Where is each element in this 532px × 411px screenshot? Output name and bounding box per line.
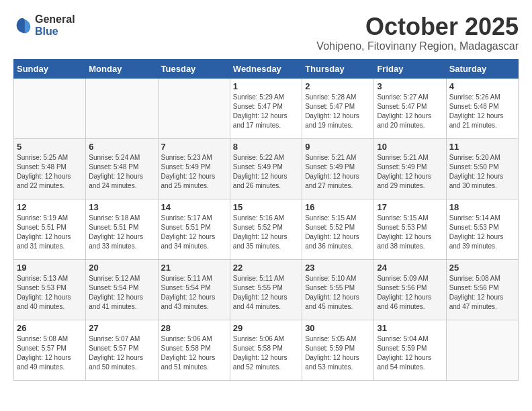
day-number: 1 (233, 81, 299, 91)
day-info: Sunrise: 5:16 AMSunset: 5:52 PMDaylight:… (233, 214, 299, 251)
day-cell-2-4: 16Sunrise: 5:15 AMSunset: 5:52 PMDayligh… (302, 199, 374, 259)
day-cell-0-2 (158, 78, 230, 138)
day-cell-4-4: 30Sunrise: 5:05 AMSunset: 5:59 PMDayligh… (302, 320, 374, 380)
day-number: 13 (89, 202, 154, 212)
day-cell-4-1: 27Sunrise: 5:07 AMSunset: 5:57 PMDayligh… (86, 320, 158, 380)
day-cell-1-4: 9Sunrise: 5:21 AMSunset: 5:49 PMDaylight… (302, 138, 374, 199)
day-number: 26 (17, 323, 83, 333)
day-number: 3 (377, 81, 443, 91)
day-cell-1-2: 7Sunrise: 5:23 AMSunset: 5:49 PMDaylight… (158, 138, 230, 199)
day-info: Sunrise: 5:21 AMSunset: 5:49 PMDaylight:… (377, 153, 443, 191)
day-number: 6 (89, 142, 154, 152)
week-row-0: 1Sunrise: 5:29 AMSunset: 5:47 PMDaylight… (14, 78, 519, 138)
logo-text: General Blue (35, 13, 75, 37)
day-cell-4-3: 29Sunrise: 5:06 AMSunset: 5:58 PMDayligh… (230, 320, 302, 380)
day-info: Sunrise: 5:28 AMSunset: 5:47 PMDaylight:… (305, 93, 371, 130)
day-info: Sunrise: 5:12 AMSunset: 5:54 PMDaylight:… (89, 274, 154, 312)
day-cell-3-5: 24Sunrise: 5:09 AMSunset: 5:56 PMDayligh… (374, 259, 446, 320)
day-info: Sunrise: 5:11 AMSunset: 5:54 PMDaylight:… (161, 274, 227, 312)
logo-icon (13, 16, 32, 35)
day-number: 25 (449, 263, 515, 273)
header-friday: Friday (374, 59, 446, 78)
header-monday: Monday (86, 59, 158, 78)
day-info: Sunrise: 5:26 AMSunset: 5:48 PMDaylight:… (449, 93, 515, 130)
day-info: Sunrise: 5:15 AMSunset: 5:52 PMDaylight:… (305, 214, 371, 251)
day-info: Sunrise: 5:21 AMSunset: 5:49 PMDaylight:… (305, 153, 371, 191)
day-number: 31 (377, 323, 443, 333)
header-thursday: Thursday (302, 59, 374, 78)
day-info: Sunrise: 5:25 AMSunset: 5:48 PMDaylight:… (17, 153, 83, 191)
day-cell-2-0: 12Sunrise: 5:19 AMSunset: 5:51 PMDayligh… (14, 199, 86, 259)
day-cell-0-4: 2Sunrise: 5:28 AMSunset: 5:47 PMDaylight… (302, 78, 374, 138)
day-info: Sunrise: 5:17 AMSunset: 5:51 PMDaylight:… (161, 214, 227, 251)
day-number: 15 (233, 202, 299, 212)
day-info: Sunrise: 5:29 AMSunset: 5:47 PMDaylight:… (233, 93, 299, 130)
day-number: 12 (17, 202, 83, 212)
day-cell-3-0: 19Sunrise: 5:13 AMSunset: 5:53 PMDayligh… (14, 259, 86, 320)
day-cell-2-6: 18Sunrise: 5:14 AMSunset: 5:53 PMDayligh… (446, 199, 518, 259)
day-cell-2-5: 17Sunrise: 5:15 AMSunset: 5:53 PMDayligh… (374, 199, 446, 259)
day-cell-4-2: 28Sunrise: 5:06 AMSunset: 5:58 PMDayligh… (158, 320, 230, 380)
day-cell-0-5: 3Sunrise: 5:27 AMSunset: 5:47 PMDaylight… (374, 78, 446, 138)
day-info: Sunrise: 5:13 AMSunset: 5:53 PMDaylight:… (17, 274, 83, 312)
header-sunday: Sunday (14, 59, 86, 78)
month-title: October 2025 (316, 13, 519, 40)
header-wednesday: Wednesday (230, 59, 302, 78)
week-row-3: 19Sunrise: 5:13 AMSunset: 5:53 PMDayligh… (14, 259, 519, 320)
day-number: 8 (233, 142, 299, 152)
day-cell-0-1 (86, 78, 158, 138)
day-number: 27 (89, 323, 154, 333)
day-cell-4-6 (446, 320, 518, 380)
logo-blue-text: Blue (35, 26, 75, 38)
day-info: Sunrise: 5:27 AMSunset: 5:47 PMDaylight:… (377, 93, 443, 130)
day-number: 16 (305, 202, 371, 212)
calendar-body: 1Sunrise: 5:29 AMSunset: 5:47 PMDaylight… (14, 78, 519, 380)
day-info: Sunrise: 5:09 AMSunset: 5:56 PMDaylight:… (377, 274, 443, 312)
day-number: 30 (305, 323, 371, 333)
day-info: Sunrise: 5:22 AMSunset: 5:49 PMDaylight:… (233, 153, 299, 191)
day-cell-1-5: 10Sunrise: 5:21 AMSunset: 5:49 PMDayligh… (374, 138, 446, 199)
day-info: Sunrise: 5:14 AMSunset: 5:53 PMDaylight:… (449, 214, 515, 251)
week-row-4: 26Sunrise: 5:08 AMSunset: 5:57 PMDayligh… (14, 320, 519, 380)
day-cell-3-3: 22Sunrise: 5:11 AMSunset: 5:55 PMDayligh… (230, 259, 302, 320)
day-info: Sunrise: 5:19 AMSunset: 5:51 PMDaylight:… (17, 214, 83, 251)
day-number: 23 (305, 263, 371, 273)
week-row-2: 12Sunrise: 5:19 AMSunset: 5:51 PMDayligh… (14, 199, 519, 259)
day-cell-3-2: 21Sunrise: 5:11 AMSunset: 5:54 PMDayligh… (158, 259, 230, 320)
header-tuesday: Tuesday (158, 59, 230, 78)
day-cell-2-1: 13Sunrise: 5:18 AMSunset: 5:51 PMDayligh… (86, 199, 158, 259)
day-number: 24 (377, 263, 443, 273)
header: General Blue October 2025 Vohipeno, Fito… (13, 13, 519, 52)
day-cell-2-2: 14Sunrise: 5:17 AMSunset: 5:51 PMDayligh… (158, 199, 230, 259)
day-cell-3-1: 20Sunrise: 5:12 AMSunset: 5:54 PMDayligh… (86, 259, 158, 320)
logo: General Blue (13, 13, 75, 37)
day-number: 22 (233, 263, 299, 273)
day-info: Sunrise: 5:08 AMSunset: 5:57 PMDaylight:… (17, 334, 83, 372)
day-number: 5 (17, 142, 83, 152)
day-info: Sunrise: 5:08 AMSunset: 5:56 PMDaylight:… (449, 274, 515, 312)
day-number: 14 (161, 202, 227, 212)
day-cell-0-3: 1Sunrise: 5:29 AMSunset: 5:47 PMDaylight… (230, 78, 302, 138)
day-info: Sunrise: 5:18 AMSunset: 5:51 PMDaylight:… (89, 214, 154, 251)
calendar-table: Sunday Monday Tuesday Wednesday Thursday… (13, 59, 519, 381)
day-cell-4-0: 26Sunrise: 5:08 AMSunset: 5:57 PMDayligh… (14, 320, 86, 380)
day-cell-1-6: 11Sunrise: 5:20 AMSunset: 5:50 PMDayligh… (446, 138, 518, 199)
day-cell-1-3: 8Sunrise: 5:22 AMSunset: 5:49 PMDaylight… (230, 138, 302, 199)
day-number: 4 (449, 81, 515, 91)
day-info: Sunrise: 5:05 AMSunset: 5:59 PMDaylight:… (305, 334, 371, 372)
day-number: 19 (17, 263, 83, 273)
day-info: Sunrise: 5:04 AMSunset: 5:59 PMDaylight:… (377, 334, 443, 372)
day-cell-3-4: 23Sunrise: 5:10 AMSunset: 5:55 PMDayligh… (302, 259, 374, 320)
day-number: 11 (449, 142, 515, 152)
day-info: Sunrise: 5:15 AMSunset: 5:53 PMDaylight:… (377, 214, 443, 251)
day-number: 17 (377, 202, 443, 212)
location-title: Vohipeno, Fitovinany Region, Madagascar (316, 40, 519, 52)
day-cell-0-0 (14, 78, 86, 138)
day-number: 28 (161, 323, 227, 333)
day-info: Sunrise: 5:20 AMSunset: 5:50 PMDaylight:… (449, 153, 515, 191)
day-number: 2 (305, 81, 371, 91)
title-section: October 2025 Vohipeno, Fitovinany Region… (316, 13, 519, 52)
day-number: 21 (161, 263, 227, 273)
weekday-row: Sunday Monday Tuesday Wednesday Thursday… (14, 59, 519, 78)
header-saturday: Saturday (446, 59, 518, 78)
